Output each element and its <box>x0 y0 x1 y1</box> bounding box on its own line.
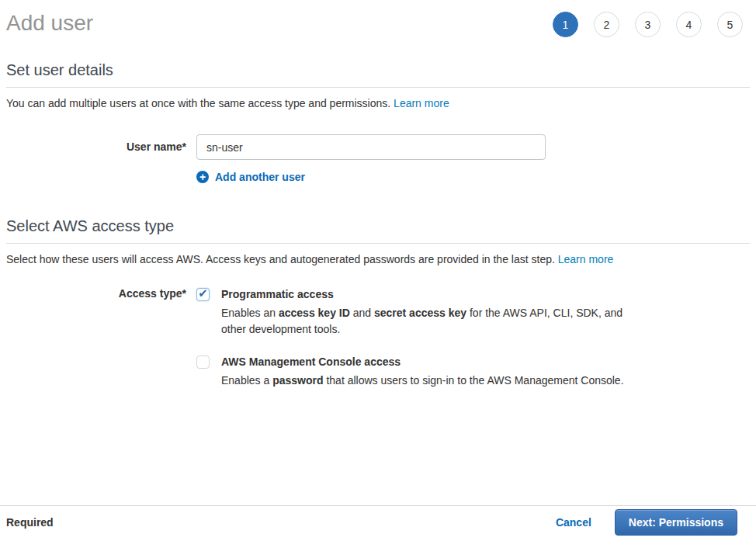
step-1[interactable]: 1 <box>553 12 578 37</box>
programmatic-access-title: Programmatic access <box>221 287 630 301</box>
access-type-learn-more-link[interactable]: Learn more <box>558 253 614 265</box>
checkmark-icon: ✔ <box>198 286 208 300</box>
access-type-row: Access type* ✔ Programmatic access Enabl… <box>6 287 750 389</box>
add-user-page: Add user 1 2 3 4 5 Set user details You … <box>0 0 756 389</box>
step-2[interactable]: 2 <box>594 12 619 37</box>
set-user-details-description: You can add multiple users at once with … <box>6 97 750 109</box>
username-row: User name* <box>6 134 750 160</box>
username-label: User name* <box>6 134 186 160</box>
programmatic-access-text: Programmatic access Enables an access ke… <box>221 287 630 338</box>
add-another-user-link[interactable]: Add another user <box>215 171 305 183</box>
set-user-details-heading: Set user details <box>6 61 750 88</box>
console-access-desc: Enables a password that allows users to … <box>221 373 630 389</box>
page-header: Add user 1 2 3 4 5 <box>6 9 750 37</box>
access-type-description-text: Select how these users will access AWS. … <box>6 253 558 265</box>
username-input[interactable] <box>196 134 546 160</box>
console-access-text: AWS Management Console access Enables a … <box>221 355 630 389</box>
programmatic-access-checkbox[interactable]: ✔ <box>196 288 210 301</box>
programmatic-access-option: ✔ Programmatic access Enables an access … <box>196 287 630 338</box>
programmatic-access-desc: Enables an access key ID and secret acce… <box>221 305 630 338</box>
console-access-option: ✔ AWS Management Console access Enables … <box>196 355 630 389</box>
page-title: Add user <box>6 9 93 37</box>
user-details-learn-more-link[interactable]: Learn more <box>394 97 449 109</box>
console-access-checkbox[interactable]: ✔ <box>196 355 210 369</box>
set-user-details-description-text: You can add multiple users at once with … <box>6 97 394 109</box>
cancel-button[interactable]: Cancel <box>556 516 591 529</box>
access-type-label: Access type* <box>6 287 186 389</box>
add-plus-icon: + <box>196 171 209 183</box>
step-4[interactable]: 4 <box>676 12 702 37</box>
add-another-user[interactable]: + Add another user <box>196 171 750 183</box>
wizard-footer: Required Cancel Next: Permissions <box>0 505 756 541</box>
required-label: Required <box>6 516 54 529</box>
access-type-description: Select how these users will access AWS. … <box>6 253 750 265</box>
access-type-options: ✔ Programmatic access Enables an access … <box>196 287 630 389</box>
footer-actions: Cancel Next: Permissions <box>556 509 737 536</box>
wizard-step-indicator: 1 2 3 4 5 <box>553 12 743 37</box>
next-permissions-button[interactable]: Next: Permissions <box>615 509 737 536</box>
access-type-heading: Select AWS access type <box>6 217 750 244</box>
step-3[interactable]: 3 <box>635 12 661 37</box>
console-access-title: AWS Management Console access <box>221 355 630 369</box>
step-5[interactable]: 5 <box>717 12 743 37</box>
